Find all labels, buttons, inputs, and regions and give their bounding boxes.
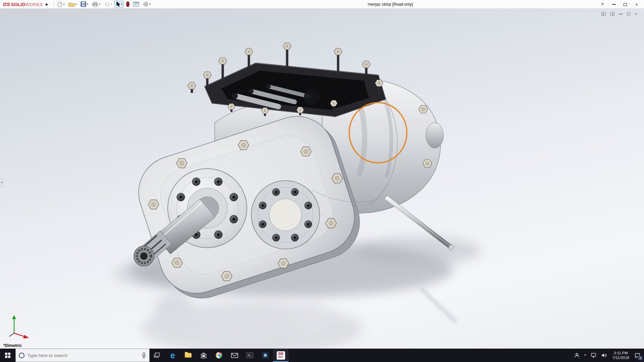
folder-icon [185,353,192,358]
solidworks-window: DS SOLIDWORKS ▶ ▾ ▾ ▾ ▾ ▾ [0,0,644,362]
network-icon [591,353,597,358]
people-icon [574,353,580,358]
panel-collapse-tab[interactable] [0,178,3,187]
print-button[interactable]: ▾ [91,1,102,8]
gearbox-model[interactable] [0,9,644,349]
windows-logo-icon [5,353,10,358]
ds-logo-mark: DS [3,1,10,7]
clock-time: 3:11 PM [612,351,629,355]
graphics-area[interactable]: × *Dimetric [0,9,644,349]
help-button[interactable]: ? [598,1,607,8]
solidworks-app-icon: SW 2017 [277,351,285,360]
photos-icon [262,352,269,359]
minimize-icon [612,4,616,5]
toolbar-divider [54,1,54,7]
undo-button[interactable]: ▾ [103,1,113,8]
window-controls: ? × [598,0,641,9]
cortana-icon [19,353,24,358]
undo-arrow-icon [104,2,110,7]
save-button[interactable]: ▾ [79,1,90,8]
mail-envelope-icon [231,353,238,358]
app-browser[interactable] [211,349,227,362]
action-center-button[interactable]: 3 [632,349,643,362]
hidden-icons-button[interactable]: ^ [582,349,589,362]
options-button[interactable]: ▾ [142,1,152,8]
volume-icon [601,353,607,358]
logo-works: WORKS [25,2,43,7]
terminal-icon: >_ [246,352,254,358]
app-terminal[interactable]: >_ [242,349,258,362]
solidworks-logo: DS SOLIDWORKS [0,1,45,7]
titlebar: DS SOLIDWORKS ▶ ▾ ▾ ▾ ▾ ▾ [0,0,644,9]
microphone-icon[interactable] [142,352,146,358]
logo-solid: SOLID [11,2,25,7]
triad-x-axis [14,333,25,337]
triad-y-arrowhead [12,315,16,319]
window-float-icon[interactable] [601,12,606,16]
appearance-pill-icon [126,1,129,7]
window-dock-icon[interactable] [610,12,614,16]
document-title: menjac sklop [Read-only] [368,2,413,7]
printer-icon [92,1,98,7]
maximize-icon [624,3,627,6]
close-button[interactable]: × [632,1,641,8]
options-gear-icon [143,1,149,7]
taskbar: e >_ SW 2017 ^ [0,349,644,362]
new-document-icon [57,1,63,7]
clock-date: 7/11/2018 [612,355,629,360]
network-button[interactable] [589,349,599,362]
taskbar-clock[interactable]: 3:11 PM 7/11/2018 [609,351,632,360]
caret-up-icon: ^ [584,353,586,358]
people-button[interactable] [572,349,582,362]
menu-expand-arrow-icon[interactable]: ▶ [46,2,48,6]
document-close-icon[interactable]: × [635,12,637,16]
orientation-triad [3,312,32,342]
app-mail[interactable] [227,349,242,362]
minimize-button[interactable] [609,1,619,8]
view-orientation-label: *Dimetric [3,343,22,348]
triad-x-arrowhead [23,335,29,339]
store-bag-icon [201,352,207,359]
app-store[interactable] [196,349,211,362]
app-edge[interactable]: e [165,349,180,362]
task-view-icon [154,353,161,358]
triad-z-axis [9,333,14,337]
appearance-button[interactable] [125,1,131,8]
select-cursor-icon [116,1,120,7]
open-folder-icon [68,2,75,7]
quick-access-toolbar: ▾ ▾ ▾ ▾ ▾ ▾ [55,1,152,8]
notification-badge: 3 [638,356,643,360]
app-file-explorer[interactable] [180,349,196,362]
document-window-controls: × [601,12,637,16]
select-tool-button[interactable]: ▾ [114,1,124,8]
browser-circle-icon [215,352,223,359]
search-input[interactable] [28,353,139,358]
app-solidworks[interactable]: SW 2017 [273,349,288,362]
new-document-button[interactable]: ▾ [55,1,66,8]
idler-cover [251,181,320,249]
system-tray: ^ 3:11 PM 7/11/2018 3 [572,349,644,362]
save-floppy-icon [80,1,86,7]
table-grid-icon [133,2,139,7]
edge-icon: e [170,351,175,360]
volume-button[interactable] [599,349,609,362]
document-restore-icon[interactable] [627,12,630,15]
app-photos[interactable] [258,349,273,362]
open-document-button[interactable]: ▾ [67,1,78,8]
task-view-button[interactable] [150,349,165,362]
design-table-button[interactable] [132,1,141,8]
document-minimize-icon[interactable] [619,14,623,14]
taskbar-search[interactable] [15,349,150,362]
maximize-button[interactable] [621,1,630,8]
start-button[interactable] [0,349,15,362]
